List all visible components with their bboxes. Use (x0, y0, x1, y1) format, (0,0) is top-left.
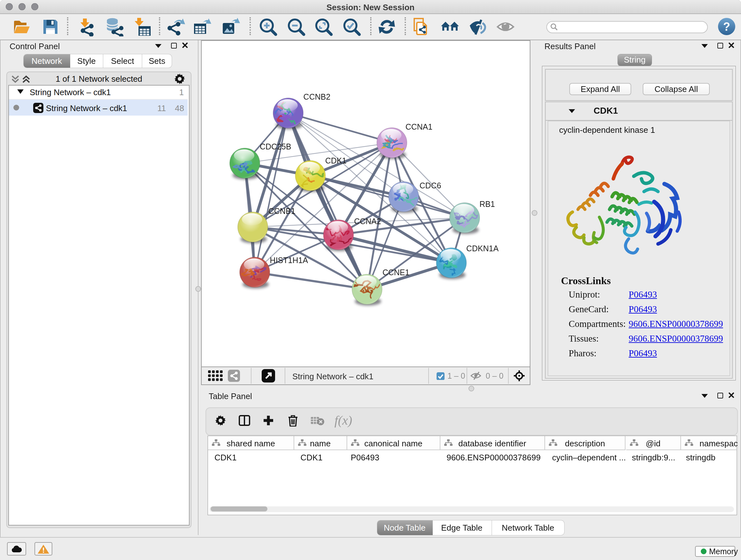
svg-text:CDC6: CDC6 (419, 181, 441, 190)
svg-text:RB1: RB1 (479, 199, 495, 208)
svg-text:HIST1H1A: HIST1H1A (270, 255, 308, 264)
svg-text:?: ? (723, 20, 730, 33)
svg-text:CCNE1: CCNE1 (382, 267, 409, 276)
svg-text:CCNB1: CCNB1 (268, 206, 295, 215)
svg-text:CCNA2: CCNA2 (354, 216, 381, 226)
svg-text:CDC25B: CDC25B (260, 142, 291, 151)
svg-text:CDKN1A: CDKN1A (466, 244, 499, 253)
svg-text:CCNA1: CCNA1 (405, 122, 432, 131)
svg-text:CCNB2: CCNB2 (304, 92, 331, 101)
svg-text:CDK1: CDK1 (325, 156, 347, 165)
